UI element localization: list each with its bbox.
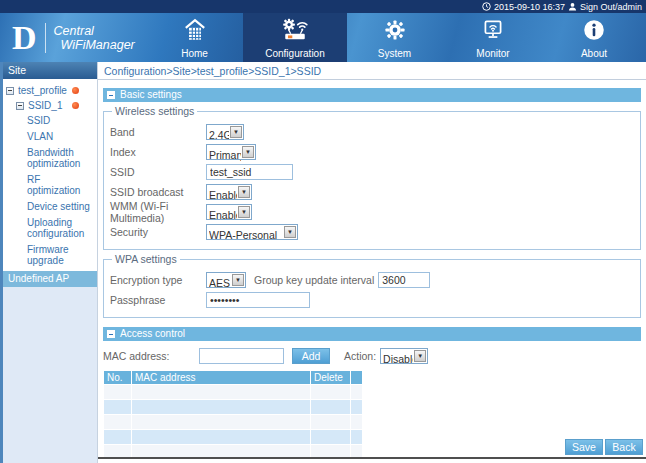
clock-icon [482, 2, 491, 11]
nav-about[interactable]: About [544, 13, 644, 62]
bottom-divider [98, 457, 646, 459]
section-access-control[interactable]: Access control [103, 327, 641, 341]
table-row [104, 415, 362, 429]
mac-address-label: MAC address: [103, 350, 199, 362]
col-mac-address: MAC address [132, 371, 310, 384]
save-button[interactable]: Save [565, 439, 603, 455]
main-content: Configuration>Site>test_profile>SSID_1>S… [97, 62, 646, 463]
group-key-input[interactable] [378, 272, 430, 288]
about-icon [581, 17, 607, 47]
wireless-settings-fieldset: Wireless settings Band 2.4G▼ Index Prima… [103, 105, 641, 250]
action-select[interactable]: Disable [381, 352, 427, 366]
app-title: Central WiFiManager [54, 24, 135, 52]
sidebar-item-ssid[interactable]: SSID [3, 113, 97, 129]
monitor-icon [480, 17, 506, 47]
sidebar-item-undefined-ap[interactable]: Undefined AP [3, 271, 97, 287]
timestamp: 2015-09-10 16:37 [494, 2, 565, 12]
table-row [104, 430, 362, 444]
add-button[interactable]: Add [292, 348, 330, 364]
encryption-type-label: Encryption type [110, 274, 206, 286]
col-delete: Delete [311, 371, 350, 384]
index-select[interactable]: Primary [207, 148, 255, 162]
sidebar-item-uploading-configuration[interactable]: Uploading configuration [3, 215, 97, 242]
ssid-broadcast-label: SSID broadcast [110, 186, 206, 198]
sidebar-item-bandwidth-optimization[interactable]: Bandwidth optimization [3, 145, 97, 172]
wireless-settings-legend: Wireless settings [112, 105, 197, 117]
app-header: D Central WiFiManager Home [0, 13, 646, 62]
logo-divider [45, 23, 46, 53]
col-extra [351, 371, 362, 384]
sidebar-item-device-setting[interactable]: Device setting [3, 199, 97, 215]
mac-address-table: No. MAC address Delete [103, 370, 363, 460]
group-key-label: Group key update interval [254, 274, 374, 286]
wmm-label: WMM (Wi-Fi Multimedia) [110, 200, 206, 224]
sidebar: Site test_profile SSID_1 SSID VLAN Bandw… [0, 62, 97, 463]
sidebar-filler [3, 287, 97, 463]
ssid-broadcast-select[interactable]: Enable [207, 188, 251, 202]
index-label: Index [110, 146, 206, 158]
security-select[interactable]: WPA-Personal [207, 228, 297, 242]
home-icon [181, 17, 209, 47]
table-header-row: No. MAC address Delete [104, 371, 362, 384]
main-nav: Home [146, 13, 646, 62]
collapse-icon[interactable] [107, 91, 115, 99]
table-row [104, 385, 362, 399]
nav-system[interactable]: System [347, 13, 442, 62]
collapse-toggle-icon[interactable] [6, 87, 14, 95]
top-status-bar: 2015-09-10 16:37 Sign Out/admin [0, 0, 646, 13]
configuration-icon [280, 17, 310, 47]
status-dot-icon [72, 87, 79, 94]
security-label: Security [110, 226, 206, 238]
dlink-logo: D [12, 21, 37, 55]
sidebar-item-firmware-upgrade[interactable]: Firmware upgrade [3, 242, 97, 269]
band-select[interactable]: 2.4G [207, 128, 243, 142]
sidebar-site-header: Site [3, 62, 97, 79]
action-label: Action: [344, 350, 376, 362]
ssid-label: SSID [110, 166, 206, 178]
passphrase-input[interactable] [206, 292, 310, 308]
sidebar-item-vlan[interactable]: VLAN [3, 129, 97, 145]
mac-address-input[interactable] [199, 348, 284, 364]
passphrase-label: Passphrase [110, 294, 206, 306]
status-dot-icon [72, 102, 79, 109]
col-no: No. [104, 371, 131, 384]
wpa-settings-legend: WPA settings [112, 253, 180, 265]
tree-item-ssid-1[interactable]: SSID_1 [3, 98, 97, 113]
collapse-toggle-icon[interactable] [16, 102, 24, 110]
collapse-icon[interactable] [107, 330, 115, 338]
encryption-type-select[interactable]: AES [207, 276, 245, 290]
user-icon [568, 2, 577, 11]
breadcrumb: Configuration>Site>test_profile>SSID_1>S… [98, 62, 646, 80]
sidebar-item-rf-optimization[interactable]: RF optimization [3, 172, 97, 199]
signout-link[interactable]: Sign Out/admin [580, 2, 642, 12]
brand-logo: D Central WiFiManager [0, 13, 146, 62]
nav-home[interactable]: Home [146, 13, 243, 62]
ssid-input[interactable] [206, 164, 293, 180]
site-tree: test_profile SSID_1 SSID VLAN Bandwidth … [3, 79, 97, 269]
nav-configuration[interactable]: Configuration [243, 13, 347, 62]
wpa-settings-fieldset: WPA settings Encryption type AES▼ Group … [103, 253, 641, 318]
band-label: Band [110, 126, 206, 138]
tree-item-test-profile[interactable]: test_profile [3, 83, 97, 98]
section-basic-settings[interactable]: Basic settings [103, 88, 641, 102]
back-button[interactable]: Back [605, 439, 643, 455]
wmm-select[interactable]: Enable [207, 208, 251, 222]
system-icon [382, 17, 408, 47]
nav-monitor[interactable]: Monitor [442, 13, 544, 62]
table-row [104, 400, 362, 414]
